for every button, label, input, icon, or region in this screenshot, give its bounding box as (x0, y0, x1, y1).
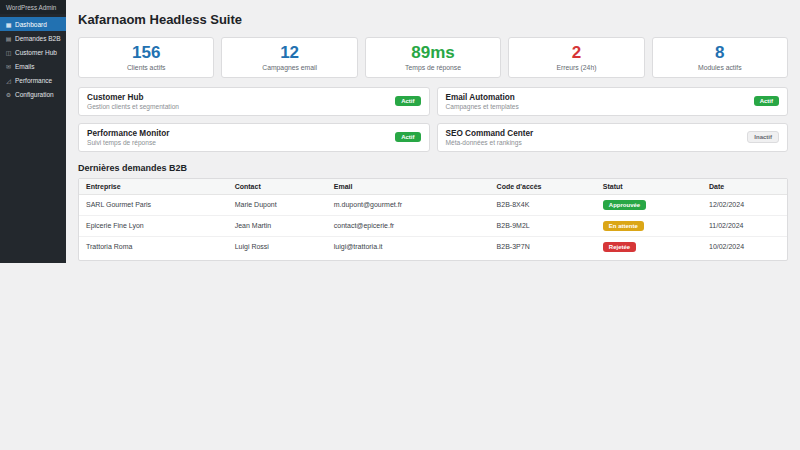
module-title: SEO Command Center (446, 129, 534, 138)
sidebar-item-demandes-b2b[interactable]: ▤ Demandes B2B (0, 31, 66, 45)
module-card-seo-command-center[interactable]: SEO Command Center Méta-données et ranki… (437, 123, 789, 152)
stat-card-clients-actifs: 156 Clients actifs (78, 37, 214, 78)
module-subtitle: Gestion clients et segmentation (87, 103, 179, 110)
gear-icon: ⚙ (5, 91, 12, 98)
module-status-badge: Inactif (747, 131, 779, 143)
table-row[interactable]: Trattoria Roma Luigi Rossi luigi@trattor… (79, 236, 787, 257)
col-header-email: Email (327, 179, 490, 195)
col-header-entreprise: Entreprise (79, 179, 228, 195)
cell-contact: Luigi Rossi (228, 236, 327, 257)
module-status-badge: Actif (754, 96, 779, 106)
wordpress-admin-brand: WordPress Admin (0, 0, 66, 14)
module-subtitle: Méta-données et rankings (446, 139, 534, 146)
sidebar-item-label: Emails (15, 63, 35, 70)
col-header-contact: Contact (228, 179, 327, 195)
admin-sidebar: WordPress Admin ▦ Dashboard ▤ Demandes B… (0, 0, 66, 263)
dashboard-icon: ▦ (5, 21, 12, 28)
sidebar-item-customer-hub[interactable]: ◫ Customer Hub (0, 45, 66, 59)
b2b-section-title: Dernières demandes B2B (78, 163, 788, 173)
sidebar-item-configuration[interactable]: ⚙ Configuration (0, 87, 66, 101)
module-title: Email Automation (446, 93, 519, 102)
table-row[interactable]: Epicerie Fine Lyon Jean Martin contact@e… (79, 215, 787, 236)
col-header-code: Code d'accès (490, 179, 596, 195)
cell-date: 10/02/2024 (702, 236, 787, 257)
col-header-statut: Statut (596, 179, 702, 195)
module-title: Customer Hub (87, 93, 179, 102)
module-status-badge: Actif (395, 96, 420, 106)
cell-code: B2B-9M2L (490, 215, 596, 236)
sidebar-item-label: Dashboard (15, 21, 47, 28)
cell-code: B2B-3P7N (490, 236, 596, 257)
sidebar-item-performance[interactable]: ◿ Performance (0, 73, 66, 87)
sidebar-item-label: Demandes B2B (15, 35, 61, 42)
stat-card-erreurs: 2 Erreurs (24h) (508, 37, 644, 78)
module-card-performance-monitor[interactable]: Performance Monitor Suivi temps de répon… (78, 123, 430, 152)
sidebar-item-label: Customer Hub (15, 49, 57, 56)
cell-date: 11/02/2024 (702, 215, 787, 236)
cell-code: B2B-8X4K (490, 194, 596, 215)
table-row[interactable]: SARL Gourmet Paris Marie Dupont m.dupont… (79, 194, 787, 215)
stat-value: 156 (81, 43, 211, 63)
stat-card-modules-actifs: 8 Modules actifs (652, 37, 788, 78)
modules-grid: Customer Hub Gestion clients et segmenta… (78, 87, 788, 152)
list-icon: ▤ (5, 35, 12, 42)
cell-entreprise: Trattoria Roma (79, 236, 228, 257)
cell-contact: Marie Dupont (228, 194, 327, 215)
main-content: Kafarnaom Headless Suite 156 Clients act… (66, 0, 800, 261)
chart-icon: ◿ (5, 77, 12, 84)
sidebar-item-dashboard[interactable]: ▦ Dashboard (0, 17, 66, 31)
stat-value: 2 (511, 43, 641, 63)
stat-label: Clients actifs (81, 64, 211, 71)
module-subtitle: Campagnes et templates (446, 103, 519, 110)
table-header-row: Entreprise Contact Email Code d'accès St… (79, 179, 787, 195)
b2b-table: Entreprise Contact Email Code d'accès St… (78, 178, 788, 261)
stat-card-temps-reponse: 89ms Temps de réponse (365, 37, 501, 78)
stat-value: 8 (655, 43, 785, 63)
cell-email: m.dupont@gourmet.fr (327, 194, 490, 215)
stats-row: 156 Clients actifs 12 Campagnes email 89… (78, 37, 788, 78)
cell-date: 12/02/2024 (702, 194, 787, 215)
stat-label: Erreurs (24h) (511, 64, 641, 71)
module-status-badge: Actif (395, 132, 420, 142)
stat-label: Campagnes email (224, 64, 354, 71)
stat-value: 12 (224, 43, 354, 63)
col-header-date: Date (702, 179, 787, 195)
cell-entreprise: SARL Gourmet Paris (79, 194, 228, 215)
cell-email: luigi@trattoria.it (327, 236, 490, 257)
cell-entreprise: Epicerie Fine Lyon (79, 215, 228, 236)
status-badge: Approuvée (603, 200, 646, 210)
envelope-icon: ✉ (5, 63, 12, 70)
stat-label: Temps de réponse (368, 64, 498, 71)
sidebar-item-emails[interactable]: ✉ Emails (0, 59, 66, 73)
module-subtitle: Suivi temps de réponse (87, 139, 169, 146)
status-badge: Rejetée (603, 242, 636, 252)
page-title: Kafarnaom Headless Suite (78, 12, 788, 27)
status-badge: En attente (603, 221, 644, 231)
sidebar-item-label: Performance (15, 77, 52, 84)
stat-label: Modules actifs (655, 64, 785, 71)
module-card-email-automation[interactable]: Email Automation Campagnes et templates … (437, 87, 789, 116)
sidebar-nav: ▦ Dashboard ▤ Demandes B2B ◫ Customer Hu… (0, 14, 66, 101)
stat-card-campagnes-email: 12 Campagnes email (221, 37, 357, 78)
cell-email: contact@epicerie.fr (327, 215, 490, 236)
sidebar-item-label: Configuration (15, 91, 54, 98)
module-card-customer-hub[interactable]: Customer Hub Gestion clients et segmenta… (78, 87, 430, 116)
stat-value: 89ms (368, 43, 498, 63)
users-icon: ◫ (5, 49, 12, 56)
module-title: Performance Monitor (87, 129, 169, 138)
cell-contact: Jean Martin (228, 215, 327, 236)
